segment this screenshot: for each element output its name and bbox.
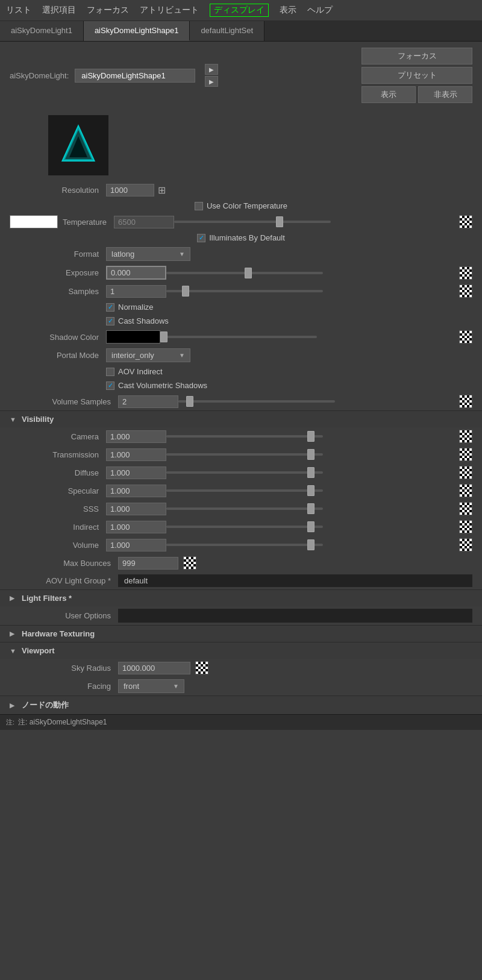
volume-thumb[interactable] xyxy=(307,539,315,550)
samples-input[interactable] xyxy=(106,285,166,298)
max-bounces-checker[interactable] xyxy=(183,556,196,570)
facing-label: Facing xyxy=(10,682,118,691)
show-button[interactable]: 表示 xyxy=(362,86,416,103)
format-dropdown[interactable]: latlong ▼ xyxy=(106,247,190,261)
portal-mode-dropdown[interactable]: interior_only ▼ xyxy=(106,348,190,362)
menu-attribute[interactable]: アトリビュート xyxy=(140,5,199,16)
sss-input[interactable] xyxy=(106,503,166,515)
hardware-texturing-section-header[interactable]: ▶ Hardware Texturing xyxy=(0,625,482,642)
volume-row: Volume xyxy=(0,536,482,554)
shadow-color-swatch[interactable] xyxy=(106,330,160,344)
diffuse-checker[interactable] xyxy=(459,466,472,479)
viewport-arrow-icon: ▼ xyxy=(10,647,17,655)
facing-dropdown[interactable]: front ▼ xyxy=(118,679,184,693)
volume-input[interactable] xyxy=(106,539,166,551)
show-hide-row: 表示 非表示 xyxy=(362,86,472,103)
use-color-temp-checkbox[interactable] xyxy=(195,202,203,210)
cast-volumetric-checkbox[interactable] xyxy=(106,382,114,390)
menu-view[interactable]: 表示 xyxy=(280,5,296,16)
specular-checker[interactable] xyxy=(459,484,472,497)
indirect-thumb[interactable] xyxy=(307,521,315,532)
volume-samples-input[interactable] xyxy=(118,395,178,408)
light-filters-section-header[interactable]: ▶ Light Filters * xyxy=(0,589,482,606)
header-left: aiSkyDomeLight: aiSkyDomeLightShape1 ▶ ▶ xyxy=(10,64,218,87)
cast-volumetric-label: Cast Volumetric Shadows xyxy=(118,381,207,390)
aov-indirect-checkbox[interactable] xyxy=(106,368,114,376)
cast-shadows-label: Cast Shadows xyxy=(118,316,169,325)
camera-input[interactable] xyxy=(106,430,166,443)
node-behavior-arrow-icon: ▶ xyxy=(10,702,17,709)
sky-radius-checker[interactable] xyxy=(195,661,208,674)
hide-button[interactable]: 非表示 xyxy=(418,86,472,103)
max-bounces-input[interactable] xyxy=(118,557,178,570)
menu-list[interactable]: リスト xyxy=(6,5,31,16)
exposure-row: Exposure 0.000 xyxy=(0,263,482,282)
shadow-color-thumb[interactable] xyxy=(160,331,167,342)
indirect-input[interactable] xyxy=(106,521,166,533)
illuminates-by-default-checkbox[interactable] xyxy=(197,234,205,242)
node-type-label: aiSkyDomeLight: xyxy=(10,71,69,80)
exposure-slider-thumb[interactable] xyxy=(245,268,252,278)
visibility-section-header[interactable]: ▼ Visibility xyxy=(0,410,482,427)
max-bounces-row: Max Bounces xyxy=(0,554,482,572)
volume-samples-thumb[interactable] xyxy=(186,396,193,407)
tab-aiskydomeligh1[interactable]: aiSkyDomeLight1 xyxy=(0,21,84,41)
resolution-expand-icon[interactable]: ⊞ xyxy=(158,184,166,196)
samples-label: Samples xyxy=(10,287,106,296)
volume-checker[interactable] xyxy=(459,538,472,551)
arrow-up-btn[interactable]: ▶ xyxy=(205,64,218,75)
sky-radius-label: Sky Radius xyxy=(10,664,118,673)
camera-checker[interactable] xyxy=(459,430,472,443)
format-row: Format latlong ▼ xyxy=(0,245,482,263)
portal-mode-arrow: ▼ xyxy=(179,352,185,359)
exposure-input[interactable]: 0.000 xyxy=(106,266,166,280)
user-options-input[interactable] xyxy=(118,609,472,623)
temperature-input[interactable] xyxy=(114,216,174,228)
shadow-color-row: Shadow Color xyxy=(0,328,482,346)
menu-display[interactable]: ディスプレイ xyxy=(210,4,269,17)
diffuse-input[interactable] xyxy=(106,466,166,479)
focus-button[interactable]: フォーカス xyxy=(362,48,472,64)
indirect-checker[interactable] xyxy=(459,520,472,533)
sss-slider xyxy=(166,507,459,510)
sky-radius-input[interactable] xyxy=(118,662,190,674)
transmission-thumb[interactable] xyxy=(307,449,315,460)
sss-thumb[interactable] xyxy=(307,503,315,514)
volume-samples-checker[interactable] xyxy=(459,395,472,408)
preset-button[interactable]: プリセット xyxy=(362,67,472,84)
shadow-color-checker[interactable] xyxy=(459,330,472,344)
samples-checker[interactable] xyxy=(459,284,472,298)
samples-slider-thumb[interactable] xyxy=(182,286,189,297)
diffuse-thumb[interactable] xyxy=(307,467,315,478)
arrow-icons: ▶ ▶ xyxy=(205,64,218,87)
arrow-down-btn[interactable]: ▶ xyxy=(205,76,218,87)
temperature-color-swatch[interactable] xyxy=(10,215,58,228)
aov-indirect-row: AOV Indirect xyxy=(0,365,482,378)
resolution-input[interactable] xyxy=(106,184,154,196)
cast-shadows-checkbox[interactable] xyxy=(106,317,114,325)
menu-focus[interactable]: フォーカス xyxy=(87,5,129,16)
exposure-checker[interactable] xyxy=(459,266,472,280)
menu-selection[interactable]: 選択項目 xyxy=(42,5,76,16)
camera-track xyxy=(166,435,323,438)
temperature-checker-btn[interactable] xyxy=(459,215,472,228)
transmission-input[interactable] xyxy=(106,448,166,461)
temperature-slider-thumb[interactable] xyxy=(276,216,283,227)
camera-slider xyxy=(166,435,459,438)
transmission-checker[interactable] xyxy=(459,448,472,461)
tab-aiskydomelight-shape1[interactable]: aiSkyDomeLightShape1 xyxy=(84,21,190,41)
camera-thumb[interactable] xyxy=(307,431,315,442)
menu-help[interactable]: ヘルプ xyxy=(307,5,333,16)
specular-input[interactable] xyxy=(106,485,166,497)
sss-checker[interactable] xyxy=(459,502,472,515)
content-area: Resolution ⊞ Use Color Temperature Tempe… xyxy=(0,181,482,714)
transmission-row: Transmission xyxy=(0,445,482,463)
node-behavior-section-header[interactable]: ▶ ノードの動作 xyxy=(0,696,482,714)
transmission-slider xyxy=(166,453,459,456)
normalize-checkbox[interactable] xyxy=(106,303,114,312)
specular-thumb[interactable] xyxy=(307,485,315,496)
light-filters-arrow-icon: ▶ xyxy=(10,594,17,602)
volume-samples-track xyxy=(178,400,335,403)
tab-defaultlightset[interactable]: defaultLightSet xyxy=(190,21,264,41)
viewport-section-header[interactable]: ▼ Viewport xyxy=(0,642,482,659)
